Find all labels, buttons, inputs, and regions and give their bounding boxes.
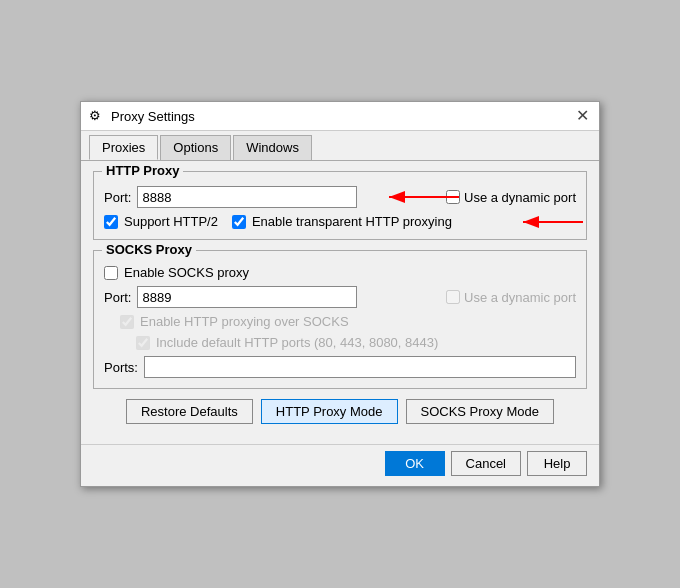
title-bar: ⚙ Proxy Settings ✕ [81, 102, 599, 131]
support-http2-checkbox[interactable] [104, 215, 118, 229]
http-dynamic-port-label: Use a dynamic port [464, 190, 576, 205]
help-button[interactable]: Help [527, 451, 587, 476]
http-over-socks-row: Enable HTTP proxying over SOCKS [120, 314, 576, 329]
tab-proxies[interactable]: Proxies [89, 135, 158, 160]
window-icon: ⚙ [89, 108, 105, 124]
mode-buttons-row: Restore Defaults HTTP Proxy Mode SOCKS P… [93, 399, 587, 424]
http-over-socks-checkbox[interactable] [120, 315, 134, 329]
support-http2-label: Support HTTP/2 [124, 214, 218, 229]
ok-button[interactable]: OK [385, 451, 445, 476]
include-defaults-checkbox[interactable] [136, 336, 150, 350]
enable-transparent-checkbox[interactable] [232, 215, 246, 229]
tab-options[interactable]: Options [160, 135, 231, 160]
http-port-label: Port: [104, 190, 131, 205]
http-proxy-group: HTTP Proxy Port: [93, 171, 587, 240]
close-button[interactable]: ✕ [574, 108, 591, 124]
socks-port-label: Port: [104, 290, 131, 305]
tab-bar: Proxies Options Windows [81, 131, 599, 161]
enable-socks-row: Enable SOCKS proxy [104, 265, 576, 280]
include-defaults-label: Include default HTTP ports (80, 443, 808… [156, 335, 438, 350]
enable-socks-label: Enable SOCKS proxy [124, 265, 249, 280]
socks-port-row: Port: Use a dynamic port [104, 286, 576, 308]
enable-transparent-label: Enable transparent HTTP proxying [252, 214, 452, 229]
include-defaults-row: Include default HTTP ports (80, 443, 808… [136, 335, 576, 350]
socks-ports-label: Ports: [104, 360, 138, 375]
cancel-button[interactable]: Cancel [451, 451, 521, 476]
socks-dynamic-port-check: Use a dynamic port [446, 290, 576, 305]
proxy-settings-dialog: ⚙ Proxy Settings ✕ Proxies Options Windo… [80, 101, 600, 487]
socks-ports-row: Ports: [104, 356, 576, 378]
http-proxy-mode-button[interactable]: HTTP Proxy Mode [261, 399, 398, 424]
http-options-row: Support HTTP/2 Enable transparent HTTP p… [104, 214, 576, 229]
tab-windows[interactable]: Windows [233, 135, 312, 160]
title-bar-left: ⚙ Proxy Settings [89, 108, 195, 124]
socks-port-input[interactable] [137, 286, 357, 308]
red-arrow-port [384, 185, 464, 209]
restore-defaults-button[interactable]: Restore Defaults [126, 399, 253, 424]
socks-dynamic-port-checkbox[interactable] [446, 290, 460, 304]
http-port-row: Port: Use a dynamic port [104, 186, 576, 208]
socks-proxy-mode-button[interactable]: SOCKS Proxy Mode [406, 399, 555, 424]
http-proxy-group-label: HTTP Proxy [102, 163, 183, 178]
red-arrow-transparent [518, 210, 588, 234]
enable-socks-checkbox[interactable] [104, 266, 118, 280]
socks-proxy-group: SOCKS Proxy Enable SOCKS proxy Port: Use… [93, 250, 587, 389]
tab-content: HTTP Proxy Port: [81, 161, 599, 444]
dialog-bottom-row: OK Cancel Help [81, 444, 599, 486]
http-dynamic-port-check: Use a dynamic port [446, 190, 576, 205]
socks-ports-input[interactable] [144, 356, 576, 378]
window-title: Proxy Settings [111, 109, 195, 124]
http-port-input[interactable] [137, 186, 357, 208]
socks-proxy-group-label: SOCKS Proxy [102, 242, 196, 257]
socks-dynamic-port-label: Use a dynamic port [464, 290, 576, 305]
http-over-socks-label: Enable HTTP proxying over SOCKS [140, 314, 349, 329]
